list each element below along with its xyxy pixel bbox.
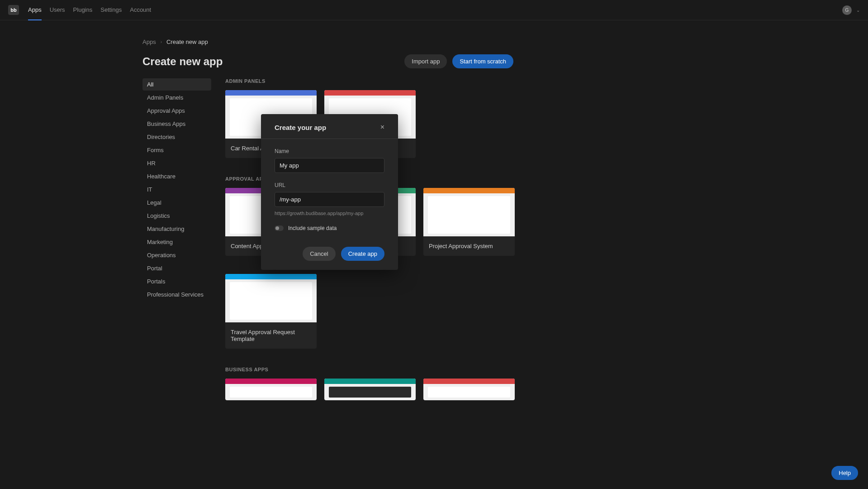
cancel-button[interactable]: Cancel: [303, 247, 335, 261]
modal-title: Create your app: [275, 124, 326, 131]
name-form-group: Name: [275, 148, 384, 173]
url-form-group: URL https://growth.budibase.app/app/my-a…: [275, 182, 384, 216]
template-card[interactable]: [225, 379, 317, 400]
breadcrumb: Apps › Create new app: [142, 38, 208, 45]
nav-right: G ⌄: [842, 5, 860, 15]
sidebar-item-admin-panels[interactable]: Admin Panels: [142, 91, 211, 104]
sidebar-item-hr[interactable]: HR: [142, 157, 211, 169]
template-card[interactable]: [324, 379, 416, 400]
page-title: Create new app: [142, 55, 223, 68]
chevron-down-icon[interactable]: ⌄: [856, 8, 860, 13]
url-hint: https://growth.budibase.app/app/my-app: [275, 211, 384, 216]
card-preview: [225, 274, 317, 322]
sidebar-item-healthcare[interactable]: Healthcare: [142, 170, 211, 182]
toggle-label: Include sample data: [288, 225, 337, 231]
import-app-button[interactable]: Import app: [404, 54, 447, 68]
section-title-business: BUSINESS APPS: [225, 367, 515, 372]
card-preview: [423, 379, 515, 400]
create-app-button[interactable]: Create app: [341, 247, 384, 261]
page-header: Create new app Import app Start from scr…: [142, 54, 513, 68]
close-icon[interactable]: ×: [380, 123, 384, 131]
sidebar-item-approval-apps[interactable]: Approval Apps: [142, 105, 211, 117]
sidebar-item-portal[interactable]: Portal: [142, 262, 211, 274]
header-actions: Import app Start from scratch: [404, 54, 513, 68]
template-card[interactable]: [423, 379, 515, 400]
card-preview: [225, 379, 317, 400]
nav-users[interactable]: Users: [50, 0, 65, 20]
sidebar-item-legal[interactable]: Legal: [142, 197, 211, 209]
breadcrumb-apps[interactable]: Apps: [142, 38, 156, 45]
toggle-row: Include sample data: [275, 225, 384, 231]
create-app-modal: Create your app × Name URL https://growt…: [261, 114, 398, 270]
sidebar-item-operations[interactable]: Operations: [142, 249, 211, 261]
chevron-right-icon: ›: [161, 39, 162, 44]
nav-settings[interactable]: Settings: [100, 0, 122, 20]
modal-body: Name URL https://growth.budibase.app/app…: [261, 139, 398, 240]
nav-account[interactable]: Account: [130, 0, 151, 20]
top-nav: bb Apps Users Plugins Settings Account G…: [0, 0, 868, 20]
card-title: Project Approval System: [423, 236, 515, 256]
cards-row-business: [225, 379, 515, 400]
sidebar-item-directories[interactable]: Directories: [142, 131, 211, 143]
sidebar-item-it[interactable]: IT: [142, 183, 211, 196]
start-scratch-button[interactable]: Start from scratch: [452, 54, 513, 68]
nav-plugins[interactable]: Plugins: [73, 0, 93, 20]
template-card[interactable]: Project Approval System: [423, 188, 515, 256]
template-card[interactable]: Travel Approval Request Template: [225, 274, 317, 349]
sidebar-item-portals[interactable]: Portals: [142, 275, 211, 288]
sidebar-item-forms[interactable]: Forms: [142, 144, 211, 156]
sidebar-item-professional-services[interactable]: Professional Services: [142, 288, 211, 301]
url-label: URL: [275, 182, 384, 188]
sidebar-item-logistics[interactable]: Logistics: [142, 210, 211, 222]
sidebar-item-marketing[interactable]: Marketing: [142, 236, 211, 248]
sidebar: All Admin Panels Approval Apps Business …: [142, 78, 211, 302]
avatar[interactable]: G: [842, 5, 852, 15]
name-label: Name: [275, 148, 384, 154]
url-input[interactable]: [275, 192, 384, 207]
card-preview: [324, 379, 416, 400]
card-title: Travel Approval Request Template: [225, 322, 317, 349]
nav-items: Apps Users Plugins Settings Account: [28, 0, 151, 20]
sample-data-toggle[interactable]: [275, 225, 284, 231]
help-button[interactable]: Help: [831, 466, 858, 480]
card-preview: [423, 188, 515, 236]
breadcrumb-current: Create new app: [166, 38, 208, 45]
cards-row-approval-2: Travel Approval Request Template: [225, 274, 515, 349]
modal-header: Create your app ×: [261, 114, 398, 139]
nav-apps[interactable]: Apps: [28, 0, 42, 20]
modal-footer: Cancel Create app: [261, 240, 398, 270]
sidebar-item-business-apps[interactable]: Business Apps: [142, 118, 211, 130]
section-title-admin: ADMIN PANELS: [225, 78, 515, 84]
logo[interactable]: bb: [8, 5, 19, 15]
sidebar-item-manufacturing[interactable]: Manufacturing: [142, 223, 211, 235]
name-input[interactable]: [275, 158, 384, 173]
sidebar-item-all[interactable]: All: [142, 78, 211, 91]
